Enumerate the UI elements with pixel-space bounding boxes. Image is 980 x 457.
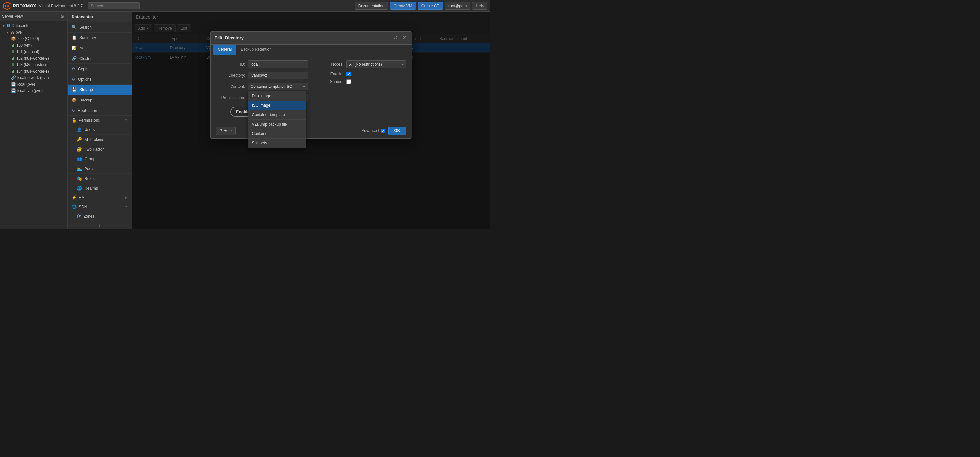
sdn-arrow-icon: ▼ [124, 205, 128, 209]
nodes-select[interactable]: All (No restrictions) [346, 61, 406, 68]
main-layout: Server View ⚙ ▼ 🖥 Datacenter ▼ 🖧 pve 📦 2… [0, 12, 490, 229]
nav-sub-realms[interactable]: 🌐 Realms [68, 183, 132, 193]
nodes-label: Nodes: [314, 62, 344, 67]
node-ct200-label: 200 (CT200) [17, 37, 39, 41]
nav-item-options[interactable]: ⚙ Options [68, 74, 132, 84]
tree-item-vm102[interactable]: 🖥 102 (k8s-worker-2) [0, 55, 67, 62]
dropdown-container[interactable]: Container [248, 129, 306, 139]
shared-checkbox[interactable] [346, 80, 351, 84]
user-button[interactable]: root@pam [445, 2, 470, 10]
help-label: Help [223, 129, 232, 133]
nav-item-cluster[interactable]: 🔗 Cluster [68, 53, 132, 64]
nav-permissions-label: Permissions [79, 118, 100, 123]
nav-sub-groups[interactable]: 👥 Groups [68, 154, 132, 164]
nav-notes-label: Notes [80, 46, 89, 50]
enable-label: Enable: [314, 72, 344, 76]
nav-roles-label: Roles [84, 176, 95, 181]
ok-button[interactable]: OK [388, 127, 406, 135]
nav-section-permissions[interactable]: 🔒 Permissions ▼ [68, 116, 132, 125]
realms-nav-icon: 🌐 [77, 186, 82, 191]
dropdown-iso-image[interactable]: ISO image [248, 101, 306, 110]
nav-item-search[interactable]: 🔍 Search [68, 22, 132, 32]
tree-item-localnetwork[interactable]: 🔗 localnetwork (pve) [0, 75, 67, 81]
nav-users-label: Users [84, 127, 95, 132]
datacenter-icon: 🖥 [6, 24, 10, 28]
vm104-icon: 🖥 [11, 69, 15, 73]
nav-search-label: Search [80, 25, 92, 30]
enable-checkbox[interactable] [346, 72, 351, 76]
enable-checkbox-wrap [346, 72, 351, 76]
tree-item-vm100[interactable]: 🖥 100 (vm) [0, 42, 67, 48]
proxmox-logo-icon: PX [3, 1, 12, 10]
nav-item-ceph[interactable]: ⚙ Ceph [68, 64, 132, 74]
advanced-label: Advanced [361, 129, 379, 133]
dropdown-snippets[interactable]: Snippets [248, 139, 306, 148]
dropdown-vzdump[interactable]: VZDump backup file [248, 120, 306, 129]
permissions-nav-icon: 🔒 [72, 118, 77, 123]
users-nav-icon: 👤 [77, 127, 82, 132]
tree-item-local-lvm[interactable]: 💾 local-lvm (pve) [0, 88, 67, 94]
dropdown-disk-image[interactable]: Disk image [248, 91, 306, 101]
create-vm-button[interactable]: Create VM [390, 2, 415, 10]
nav-panel-title: Datacenter [68, 12, 132, 22]
help-button[interactable]: Help [472, 2, 487, 10]
dialog-footer: ? Help Advanced OK [211, 123, 412, 138]
nav-item-notes[interactable]: 📝 Notes [68, 43, 132, 53]
nav-item-replication[interactable]: ↻ Replication [68, 105, 132, 116]
replication-nav-icon: ↻ [72, 108, 75, 113]
nav-sub-roles[interactable]: 🎭 Roles [68, 174, 132, 183]
tree-item-vm103[interactable]: 🖥 103 (k8s-master) [0, 62, 67, 68]
dialog-close-button[interactable]: ✕ [401, 34, 408, 41]
nav-item-storage[interactable]: 💾 Storage [68, 84, 132, 95]
tree-item-vm101[interactable]: 🖥 101 (manual) [0, 48, 67, 55]
node-local-lvm-label: local-lvm (pve) [17, 89, 43, 93]
dialog-overlay: Edit: Directory ↺ ✕ General Backup Reten… [132, 12, 490, 229]
dialog-help-button[interactable]: ? Help [216, 127, 236, 135]
nav-section-ha[interactable]: ⚡ HA ▶ [68, 193, 132, 202]
tab-backup-retention[interactable]: Backup Retention [236, 45, 276, 55]
tree-item-pve[interactable]: ▼ 🖧 pve [0, 29, 67, 35]
local-storage-icon: 💾 [11, 82, 16, 86]
create-ct-button[interactable]: Create CT [418, 2, 443, 10]
content-select[interactable]: Container template, ISC [248, 83, 308, 91]
tree-item-vm104[interactable]: 🖥 104 (k8s-worker-1) [0, 68, 67, 75]
tree-item-datacenter[interactable]: ▼ 🖥 Datacenter [0, 22, 67, 29]
nav-item-summary[interactable]: 📋 Summary [68, 32, 132, 43]
gear-button[interactable]: ⚙ [60, 13, 65, 19]
tree-item-local[interactable]: 💾 local (pve) [0, 81, 67, 88]
dialog-reset-button[interactable]: ↺ [392, 34, 399, 41]
directory-input[interactable] [248, 72, 308, 80]
sidebar-header: Server View ⚙ [0, 12, 67, 21]
nav-ceph-label: Ceph [78, 67, 88, 71]
nav-sub-pools[interactable]: 🏊 Pools [68, 164, 132, 174]
nav-more-icon[interactable]: ▼ [68, 221, 132, 229]
tree-item-ct200[interactable]: 📦 200 (CT200) [0, 35, 67, 42]
search-input[interactable] [88, 2, 140, 10]
nav-storage-label: Storage [80, 88, 93, 92]
nav-sub-two-factor[interactable]: 🔐 Two Factor [68, 145, 132, 154]
nav-replication-label: Replication [78, 108, 97, 113]
dialog-left-col: ID: Directory: Content: Container templa [216, 61, 308, 105]
nav-zones-label: Zones [84, 214, 94, 218]
advanced-checkbox[interactable] [381, 129, 385, 133]
node-vm103-label: 103 (k8s-master) [16, 62, 46, 67]
ha-nav-icon: ⚡ [72, 195, 77, 200]
summary-nav-icon: 📋 [72, 35, 77, 40]
enable-badge-area: Enable ✕ ▶ [211, 110, 412, 123]
tab-general[interactable]: General [213, 45, 236, 55]
sidebar: Server View ⚙ ▼ 🖥 Datacenter ▼ 🖧 pve 📦 2… [0, 12, 68, 229]
documentation-button[interactable]: Documentation [355, 2, 388, 10]
nav-two-factor-label: Two Factor [84, 147, 104, 151]
nav-sub-zones[interactable]: 🗺 Zones [68, 212, 132, 221]
nav-sub-users[interactable]: 👤 Users [68, 125, 132, 135]
zones-nav-icon: 🗺 [77, 214, 81, 218]
permissions-arrow-icon: ▼ [124, 118, 128, 122]
datacenter-label: Datacenter [12, 24, 31, 28]
nav-sub-api-tokens[interactable]: 🔑 API Tokens [68, 135, 132, 145]
nav-section-sdn[interactable]: 🌐 SDN ▼ [68, 202, 132, 212]
pools-nav-icon: 🏊 [77, 166, 82, 171]
dropdown-container-template[interactable]: Container template [248, 110, 306, 120]
id-input[interactable] [248, 61, 308, 68]
nav-item-backup[interactable]: 📦 Backup [68, 95, 132, 105]
pve-expand-icon: ▼ [6, 30, 9, 34]
